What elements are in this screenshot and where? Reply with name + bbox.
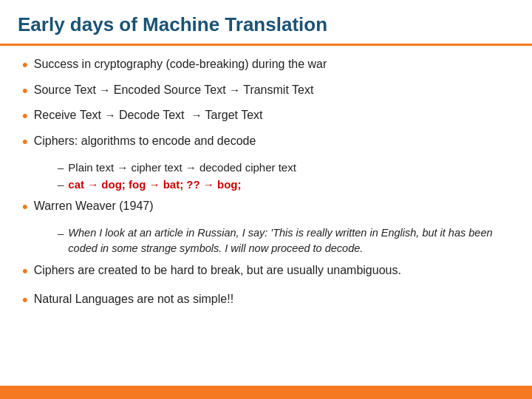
- bullet-dot-7: •: [22, 290, 28, 311]
- sub-text-3: When I look at an article in Russian, I …: [68, 225, 510, 256]
- bullet-5-subitems: – When I look at an article in Russian, …: [58, 225, 510, 256]
- bullet-text-5: Warren Weaver (1947): [34, 198, 154, 214]
- bullet-text-4: Ciphers: algorithms to encode and decode: [34, 133, 256, 149]
- bullet-dot-3: •: [22, 106, 28, 127]
- bullet-2: • Source Text → Encoded Source Text → Tr…: [22, 82, 510, 102]
- slide: Early days of Machine Translation • Succ…: [0, 0, 532, 399]
- sub-dash-3: –: [58, 225, 64, 241]
- bullet-text-6: Ciphers are created to be hard to break,…: [34, 262, 401, 279]
- sub-text-2: cat → dog; fog → bat; ?? → bog;: [68, 177, 241, 192]
- bullet-dot-6: •: [22, 261, 28, 282]
- bullet-text-1: Success in cryptography (code-breaking) …: [34, 56, 327, 72]
- bullet-text-2: Source Text → Encoded Source Text → Tran…: [34, 82, 314, 98]
- bullet-text-7: Natural Languages are not as simple!!: [34, 291, 233, 307]
- sub-dash-1: –: [58, 160, 64, 175]
- sub-item-3: – When I look at an article in Russian, …: [58, 225, 510, 256]
- footer-bar: [0, 386, 532, 399]
- bullet-4: • Ciphers: algorithms to encode and deco…: [22, 133, 510, 153]
- slide-header: Early days of Machine Translation: [0, 0, 532, 46]
- slide-title: Early days of Machine Translation: [18, 13, 514, 36]
- bullet-7: • Natural Languages are not as simple!!: [22, 291, 510, 311]
- bullet-dot-5: •: [22, 197, 28, 218]
- bullet-4-subitems: – Plain text → cipher text → decoded cip…: [58, 160, 510, 192]
- bullet-text-3: Receive Text → Decode Text → Target Text: [34, 107, 263, 123]
- bullet-6: • Ciphers are created to be hard to brea…: [22, 262, 510, 282]
- bullet-3: • Receive Text → Decode Text → Target Te…: [22, 107, 510, 127]
- sub-dash-2: –: [58, 177, 64, 192]
- sub-item-2: – cat → dog; fog → bat; ?? → bog;: [58, 177, 510, 192]
- bullet-dot-1: •: [22, 55, 28, 76]
- sub-text-1: Plain text → cipher text → decoded ciphe…: [68, 160, 296, 175]
- bullet-5: • Warren Weaver (1947): [22, 198, 510, 218]
- bullet-1: • Success in cryptography (code-breaking…: [22, 56, 510, 76]
- sub-item-1: – Plain text → cipher text → decoded cip…: [58, 160, 510, 175]
- bullet-dot-4: •: [22, 132, 28, 153]
- bullet-dot-2: •: [22, 81, 28, 102]
- slide-content: • Success in cryptography (code-breaking…: [0, 46, 532, 399]
